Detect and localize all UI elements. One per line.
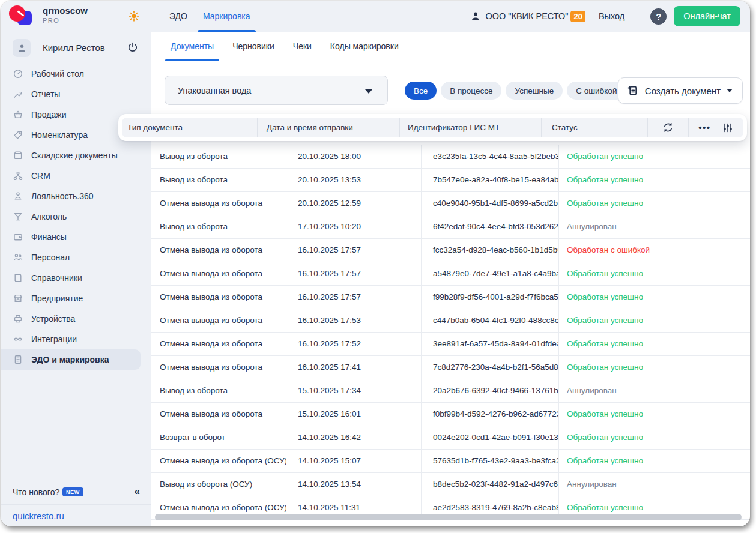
whats-new-link[interactable]: Что нового? [13, 487, 59, 497]
chart-icon [13, 89, 23, 100]
chevron-down-icon [365, 89, 372, 94]
filter-chip-1[interactable]: В процессе [441, 82, 501, 100]
table-row[interactable]: Отмена вывода из оборота 15.10.2025 16:0… [151, 403, 750, 426]
table-row[interactable]: Вывод из оборота (ОСУ) 14.10.2025 13:54 … [151, 473, 750, 496]
horizontal-scrollbar[interactable] [155, 514, 742, 520]
company-badge: 20 [570, 11, 585, 22]
book-icon [13, 273, 23, 283]
table-row[interactable]: Отмена вывода из оборота 16.10.2025 17:5… [151, 286, 750, 309]
logout-power-icon[interactable] [127, 41, 139, 53]
sidebar-item-warehouse[interactable]: Складские документы [1, 145, 151, 166]
table-row[interactable]: Возврат в оборот 14.10.2025 16:42 0024e2… [151, 426, 750, 450]
new-badge: NEW [62, 487, 83, 496]
app-logo [9, 5, 33, 27]
sidebar-item-enterprise[interactable]: Предприятие [1, 288, 151, 309]
create-document-button[interactable]: Создать документ [618, 77, 743, 104]
org-icon [13, 170, 23, 181]
column-settings-icon[interactable] [721, 121, 735, 135]
status-text: Аннулирован [559, 215, 750, 238]
user-name: Кирилл Рестов [43, 43, 105, 53]
more-options-icon[interactable]: ••• [697, 121, 712, 135]
product-group-select[interactable]: Упакованная вода [165, 76, 388, 105]
status-text: Обработан успешно [559, 426, 750, 449]
status-text: Обработан успешно [559, 262, 750, 285]
tab-edo[interactable]: ЭДО [164, 1, 193, 32]
loyalty-icon [13, 191, 23, 202]
table-row[interactable]: Отмена вывода из оборота 16.10.2025 17:4… [151, 356, 750, 379]
document-icon [13, 354, 23, 365]
column-header-sent-at[interactable]: Дата и время отправки [258, 118, 400, 137]
refresh-icon[interactable] [661, 121, 676, 135]
status-filter-chips: ВсеВ процессеУспешныеС ошибкой [405, 82, 626, 100]
topbar: ЭДОМаркировка ООО "КВИК РЕСТО" 20 Выход … [151, 1, 750, 32]
column-header-type[interactable]: Тип документа [122, 118, 258, 137]
status-text: Обработан успешно [559, 403, 750, 426]
brand-row: qrmoscow PRO [1, 1, 151, 32]
company-person-icon [470, 11, 481, 22]
user-row: Кирилл Рестов [1, 38, 151, 64]
people-icon [13, 252, 23, 263]
status-text: Обработан успешно [559, 145, 750, 168]
online-chat-button[interactable]: Онлайн-чат [674, 6, 740, 26]
box-icon [13, 150, 23, 161]
filter-chip-3[interactable]: С ошибкой [567, 82, 626, 100]
company-name[interactable]: ООО "КВИК РЕСТО" [485, 11, 568, 21]
help-icon[interactable]: ? [650, 8, 667, 25]
filter-chip-2[interactable]: Успешные [506, 82, 563, 100]
topbar-divider [638, 7, 638, 25]
infinity-icon [13, 334, 23, 345]
column-header-status[interactable]: Статус [542, 118, 648, 137]
subtab-3[interactable]: Коды маркировки [325, 32, 404, 61]
table-row[interactable]: Вывод из оборота 15.10.2025 17:34 20a2b6… [151, 379, 750, 403]
table-row[interactable]: Отмена вывода из оборота 16.10.2025 17:5… [151, 262, 750, 286]
brand-tier: PRO [43, 17, 88, 24]
table-row[interactable]: Отмена вывода из оборота 20.10.2025 12:5… [151, 192, 750, 215]
printer-icon [13, 313, 23, 324]
status-text: Обработан успешно [559, 169, 750, 191]
martini-icon [13, 211, 23, 222]
tab-marking[interactable]: Маркировка [198, 1, 256, 32]
table-row[interactable]: Отмена вывода из оборота 16.10.2025 17:5… [151, 333, 750, 356]
sidebar-item-devices[interactable]: Устройства [1, 309, 151, 329]
sidebar-item-finance[interactable]: Финансы [1, 227, 151, 247]
site-link[interactable]: quickresto.ru [13, 511, 64, 521]
table-row[interactable]: Отмена вывода из оборота 16.10.2025 17:5… [151, 309, 750, 333]
table-row[interactable]: Вывод из оборота 20.10.2025 18:00 e3c235… [151, 145, 750, 169]
table-row[interactable]: Вывод из оборота 17.10.2025 10:20 6f42ed… [151, 215, 750, 239]
create-document-label: Создать документ [645, 86, 721, 96]
sidebar-item-integrations[interactable]: Интеграции [1, 329, 151, 349]
subtab-2[interactable]: Чеки [288, 32, 317, 61]
product-group-value: Упакованная вода [178, 86, 251, 95]
status-text: Обработан успешно [559, 450, 750, 472]
status-text: Обработан успешно [559, 286, 750, 309]
sidebar-item-directories[interactable]: Справочники [1, 268, 151, 288]
collapse-sidebar-icon[interactable]: « [135, 486, 140, 498]
sidebar-item-loyalty[interactable]: Лояльность.360 [1, 186, 151, 206]
status-text: Обработан успешно [559, 309, 750, 332]
theme-brightness-icon[interactable] [128, 10, 140, 22]
subtab-0[interactable]: Документы [165, 32, 219, 61]
filter-chip-0[interactable]: Все [405, 82, 437, 100]
sidebar-item-desktop[interactable]: Рабочий стол [1, 64, 151, 84]
table-row[interactable]: Отмена вывода из оборота 16.10.2025 17:5… [151, 239, 750, 262]
chevron-down-icon [727, 89, 733, 92]
status-text: Обработан успешно [559, 192, 750, 215]
table-row[interactable]: Вывод из оборота 20.10.2025 13:53 7b547e… [151, 169, 750, 192]
sidebar-item-edo-marking[interactable]: ЭДО и маркировка [1, 349, 141, 370]
sidebar-nav: Рабочий стол Отчеты Продажи Номенклатура… [1, 64, 151, 370]
sidebar-item-staff[interactable]: Персонал [1, 247, 151, 268]
documents-table-body: Вывод из оборота 20.10.2025 18:00 e3c235… [151, 145, 750, 520]
column-header-gis-id[interactable]: Идентификатор ГИС МТ [400, 118, 542, 137]
table-row[interactable]: Отмена вывода из оборота (ОСУ) 14.10.202… [151, 450, 750, 473]
avatar [13, 39, 31, 57]
subtab-1[interactable]: Черновики [227, 32, 280, 61]
sidebar-item-crm[interactable]: CRM [1, 166, 151, 186]
table-header: Тип документа Дата и время отправки Иден… [118, 114, 747, 141]
create-document-icon [627, 85, 639, 97]
wallet-icon [13, 232, 23, 242]
sidebar-item-reports[interactable]: Отчеты [1, 84, 151, 104]
sidebar-item-alcohol[interactable]: Алкоголь [1, 206, 151, 227]
status-text: Обработан с ошибкой [559, 239, 750, 262]
logout-link[interactable]: Выход [599, 11, 624, 21]
main-content: ДокументыЧерновикиЧекиКоды маркировки Уп… [151, 32, 750, 526]
